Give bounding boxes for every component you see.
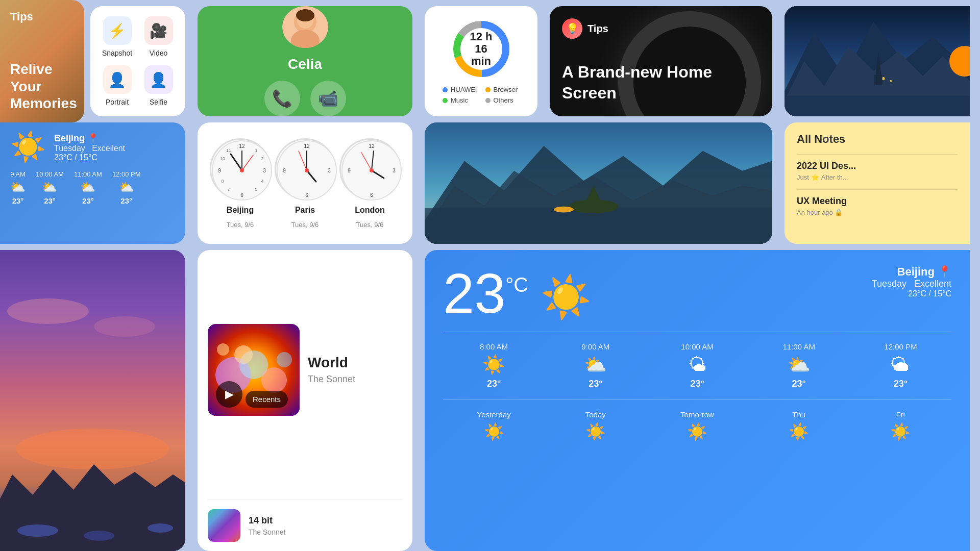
- music-legend-label: Music: [451, 96, 468, 104]
- legend-others: Others: [485, 96, 520, 104]
- svg-text:6: 6: [305, 192, 308, 198]
- weather-hour-1: 10:00 AM ⛅ 23°: [36, 170, 64, 205]
- svg-point-71: [261, 367, 287, 393]
- svg-point-59: [554, 207, 574, 213]
- celia-avatar: [282, 6, 328, 48]
- music-thumb-small: [208, 509, 240, 542]
- clock-beijing-face: 12 3 6 9 1 2 4 5 11 10 8 7: [210, 138, 271, 199]
- camera-item-portrait[interactable]: 👤 Portrait: [99, 63, 136, 108]
- svg-point-65: [17, 524, 58, 537]
- weather-sun-icon: ☀️: [10, 133, 46, 161]
- svg-text:9: 9: [348, 168, 351, 173]
- celia-action-buttons: 📞 📹: [264, 81, 346, 116]
- weather-hour-2-icon: ⛅: [80, 180, 95, 194]
- svg-text:1: 1: [255, 148, 257, 153]
- whl-time-1: 9:00 AM: [581, 342, 609, 351]
- svg-text:12: 12: [304, 143, 310, 149]
- music-play-button[interactable]: ▶: [216, 381, 242, 408]
- camera-item-video[interactable]: 🎥 Video: [140, 14, 177, 59]
- browser-label: Browser: [494, 86, 518, 93]
- weather-small-card: ☀️ Beijing 📍 Tuesday Excellent 23°C / 15…: [0, 122, 185, 244]
- svg-point-67: [148, 523, 173, 533]
- music-second-item[interactable]: 14 bit The Sonnet: [198, 500, 412, 551]
- video-label: Video: [150, 49, 168, 57]
- battery-hours: 12 h 16 min: [466, 31, 497, 68]
- whl-temp-3: 23°: [792, 379, 806, 389]
- whl-time-4: 12:00 PM: [884, 342, 917, 351]
- battery-donut: 12 h 16 min: [451, 18, 512, 80]
- note-item-1[interactable]: UX Meeting An hour ago 🔒: [797, 189, 958, 216]
- tips-dark-card: 💡 Tips A Brand-new Home Screen: [550, 6, 772, 116]
- snapshot-icon: ⚡: [103, 16, 132, 45]
- svg-point-73: [277, 352, 292, 367]
- clock-london-date: Tues, 9/6: [356, 221, 384, 229]
- selfie-label: Selfie: [150, 98, 167, 106]
- music-album-wrapper: ▶ Recents: [208, 324, 300, 416]
- wday-name-2: Tomorrow: [680, 410, 714, 419]
- svg-point-1: [291, 30, 320, 48]
- svg-text:7: 7: [227, 187, 230, 192]
- celia-video-button[interactable]: 📹: [310, 81, 346, 116]
- svg-point-63: [16, 429, 169, 469]
- svg-point-66: [84, 531, 114, 541]
- whl-time-3: 11:00 AM: [783, 342, 815, 351]
- weather-day-1: Today ☀️: [545, 410, 646, 441]
- weather-hour-large-0: 8:00 AM ☀️ 23°: [443, 342, 545, 389]
- camera-item-selfie[interactable]: 👤 Selfie: [140, 63, 177, 108]
- clock-london: 12 3 6 9 London Tues, 9/6: [339, 138, 401, 229]
- music-recents-label[interactable]: Recents: [246, 391, 288, 408]
- camera-item-snapshot[interactable]: ⚡ Snapshot: [99, 14, 136, 59]
- tips-dark-icon: 💡: [562, 18, 582, 39]
- svg-text:6: 6: [370, 192, 373, 198]
- svg-point-62: [94, 316, 155, 337]
- weather-hour-0: 9 AM ⛅ 23°: [10, 170, 26, 205]
- note-meta-1: An hour ago 🔒: [797, 209, 958, 216]
- wday-icon-2: ☀️: [687, 422, 707, 441]
- weather-day-3: Thu ☀️: [748, 410, 850, 441]
- huawei-label: HUAWEI: [451, 86, 477, 93]
- weather-hour-2-temp: 23°: [82, 196, 94, 205]
- weather-day-0: Yesterday ☀️: [443, 410, 545, 441]
- legend-huawei: HUAWEI: [443, 86, 477, 93]
- svg-text:9: 9: [218, 168, 221, 173]
- lake-card: [425, 122, 772, 244]
- tips-dark-text: A Brand-new Home Screen: [562, 62, 760, 104]
- celia-call-button[interactable]: 📞: [264, 81, 300, 116]
- clock-beijing-name: Beijing: [227, 206, 254, 215]
- selfie-icon: 👤: [144, 65, 173, 94]
- weather-hour-3: 12:00 PM ⛅ 23°: [112, 170, 141, 205]
- weather-hour-large-2: 10:00 AM 🌤 23°: [646, 342, 748, 389]
- weather-hour-2: 11:00 AM ⛅ 23°: [74, 170, 102, 205]
- whl-icon-4: 🌥: [891, 354, 910, 375]
- svg-point-43: [305, 168, 309, 172]
- clock-paris-date: Tues, 9/6: [291, 221, 319, 229]
- weather-city: Beijing 📍: [54, 133, 175, 144]
- weather-large-sun-icon: ☀️: [541, 273, 592, 321]
- clock-card: 12 3 6 9 1 2 4 5 11 10 8 7: [198, 122, 412, 244]
- weather-large-card: 23 °C ☀️ Beijing 📍 Tuesday Excellent 23°…: [425, 250, 970, 551]
- weather-large-city: Beijing 📍: [872, 265, 951, 279]
- notes-header: All Notes: [797, 133, 958, 146]
- note-item-0[interactable]: 2022 UI Des... Just ⭐ After th...: [797, 154, 958, 181]
- weather-hour-large-1: 9:00 AM ⛅ 23°: [545, 342, 646, 389]
- weather-large-day: Tuesday Excellent: [872, 279, 951, 289]
- winter-scene-card: [785, 6, 970, 116]
- weather-large-temp: 23: [443, 265, 505, 321]
- svg-point-52: [370, 168, 374, 172]
- svg-point-14: [890, 80, 892, 82]
- svg-text:11: 11: [226, 148, 231, 153]
- weather-hour-0-temp: 23°: [12, 196, 24, 205]
- svg-text:12: 12: [369, 143, 375, 149]
- svg-text:3: 3: [393, 168, 396, 173]
- weather-day-2: Tomorrow ☀️: [646, 410, 748, 441]
- celia-card: Celia 📞 📹: [198, 6, 412, 116]
- weather-daily: Yesterday ☀️ Today ☀️ Tomorrow ☀️ Thu ☀️…: [443, 410, 951, 441]
- wday-icon-0: ☀️: [484, 422, 504, 441]
- wday-name-1: Today: [585, 410, 606, 419]
- wday-name-0: Yesterday: [477, 410, 511, 419]
- weather-day-4: Fri ☀️: [850, 410, 951, 441]
- weather-hour-3-time: 12:00 PM: [112, 170, 141, 178]
- huawei-dot: [443, 87, 448, 92]
- weather-small-top: ☀️ Beijing 📍 Tuesday Excellent 23°C / 15…: [10, 133, 175, 162]
- weather-large-unit: °C: [505, 273, 528, 296]
